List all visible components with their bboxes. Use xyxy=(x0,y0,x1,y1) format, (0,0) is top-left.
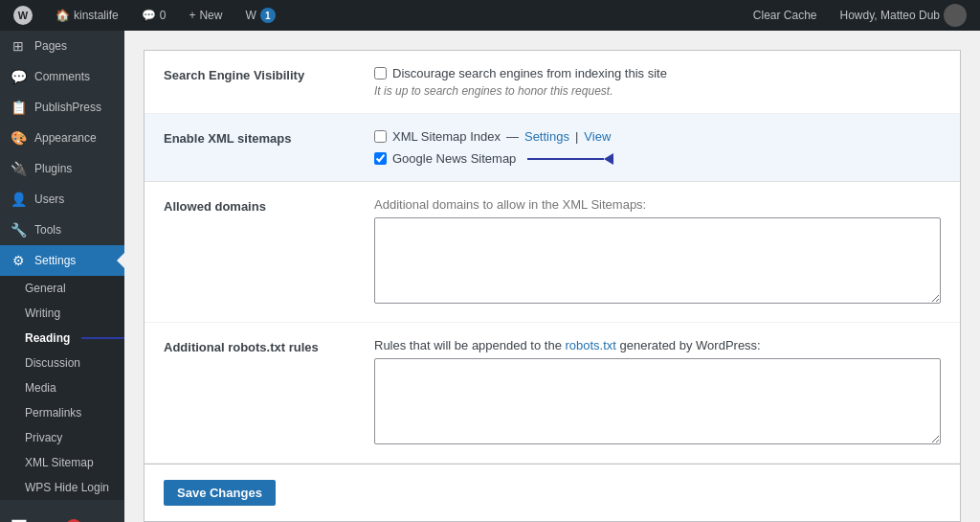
wp-version-badge: 1 xyxy=(260,8,276,23)
content-area: Search Engine Visibility Discourage sear… xyxy=(124,31,980,522)
reading-arrow xyxy=(81,332,124,344)
discourage-search-engines-checkbox[interactable] xyxy=(374,67,387,79)
clear-cache-label: Clear Cache xyxy=(753,9,817,22)
reading-arrow-line xyxy=(81,337,124,339)
google-news-arrow xyxy=(527,153,613,165)
allowed-domains-textarea[interactable] xyxy=(374,217,941,304)
arrow-line xyxy=(527,158,604,160)
allowed-domains-value: Additional domains to allow in the XML S… xyxy=(374,197,941,306)
submenu-item-permalinks[interactable]: Permalinks xyxy=(0,400,124,425)
submenu-item-general[interactable]: General xyxy=(0,276,124,301)
settings-form: Search Engine Visibility Discourage sear… xyxy=(144,50,961,522)
users-icon: 👤 xyxy=(10,192,27,207)
sidebar-item-plugins[interactable]: 🔌 Plugins xyxy=(0,153,124,184)
admin-bar-right: Clear Cache Howdy, Matteo Dub xyxy=(747,0,972,31)
additional-robots-value: Rules that will be appended to the robot… xyxy=(374,338,941,447)
comment-count: 0 xyxy=(160,9,167,22)
howdy-button[interactable]: Howdy, Matteo Dub xyxy=(835,0,973,31)
submenu-item-writing[interactable]: Writing xyxy=(0,301,124,326)
search-engine-visibility-value: Discourage search engines from indexing … xyxy=(374,66,941,98)
sidebar-item-pages[interactable]: ⊞ Pages xyxy=(0,31,124,61)
xml-sitemap-dash: — xyxy=(506,129,519,144)
sidebar-item-seo[interactable]: 📊 SEO 1 xyxy=(0,511,124,522)
sidebar-item-label: Users xyxy=(34,193,64,206)
clear-cache-button[interactable]: Clear Cache xyxy=(747,0,823,31)
save-row: Save Changes xyxy=(145,464,960,521)
tools-icon: 🔧 xyxy=(10,222,27,238)
sidebar-item-appearance[interactable]: 🎨 Appearance xyxy=(0,123,124,153)
robots-txt-link[interactable]: robots.txt xyxy=(565,338,615,352)
main-layout: ⊞ Pages 💬 Comments 📋 PublishPress 🎨 Appe… xyxy=(0,31,980,522)
search-engine-visibility-label: Search Engine Visibility xyxy=(164,66,355,82)
arrow-head xyxy=(604,153,613,165)
discourage-search-engines-label[interactable]: Discourage search engines from indexing … xyxy=(374,66,941,80)
save-changes-button[interactable]: Save Changes xyxy=(164,480,276,506)
additional-robots-textarea[interactable] xyxy=(374,358,941,444)
sidebar-item-settings[interactable]: ⚙ Settings xyxy=(0,245,124,276)
discourage-label-text: Discourage search engines from indexing … xyxy=(392,66,667,80)
robots-desc-suffix: generated by WordPress: xyxy=(616,338,761,352)
xml-sitemap-index-text: XML Sitemap Index xyxy=(392,129,501,144)
submenu-item-wps-hide-login[interactable]: WPS Hide Login xyxy=(0,475,124,500)
robots-description: Rules that will be appended to the robot… xyxy=(374,338,941,352)
submenu-item-reading[interactable]: Reading xyxy=(0,326,124,351)
xml-sitemaps-value: XML Sitemap Index — Settings | View Goog… xyxy=(374,129,941,166)
sidebar: ⊞ Pages 💬 Comments 📋 PublishPress 🎨 Appe… xyxy=(0,31,124,522)
howdy-label: Howdy, Matteo Dub xyxy=(840,9,941,22)
wp-logo-button[interactable]: W xyxy=(8,0,38,31)
comments-button[interactable]: 💬 0 xyxy=(136,0,172,31)
sidebar-item-label: Settings xyxy=(34,254,76,267)
xml-sitemap-index-line: XML Sitemap Index — Settings | View xyxy=(374,129,941,144)
submenu-item-discussion[interactable]: Discussion xyxy=(0,351,124,375)
admin-bar: W 🏠 kinstalife 💬 0 + New W 1 Clear Cache… xyxy=(0,0,980,31)
new-content-button[interactable]: + New xyxy=(183,0,228,31)
sev-note: It is up to search engines to honor this… xyxy=(374,84,941,98)
additional-robots-label: Additional robots.txt rules xyxy=(164,338,355,354)
sidebar-item-label: Appearance xyxy=(34,131,97,145)
xml-settings-link[interactable]: Settings xyxy=(524,129,569,144)
publishpress-icon: 📋 xyxy=(10,100,27,115)
new-label: New xyxy=(199,9,222,22)
sidebar-item-label: PublishPress xyxy=(34,101,101,114)
allowed-domains-description: Additional domains to allow in the XML S… xyxy=(374,197,941,212)
settings-icon: ⚙ xyxy=(10,253,27,268)
admin-bar-left: W 🏠 kinstalife 💬 0 + New W 1 xyxy=(8,0,744,31)
home-icon: 🏠 xyxy=(56,9,70,22)
plugins-icon: 🔌 xyxy=(10,161,27,176)
wp-logo-icon: W xyxy=(13,6,33,25)
sidebar-item-label: Plugins xyxy=(34,162,72,175)
avatar xyxy=(944,4,967,27)
sidebar-item-tools[interactable]: 🔧 Tools xyxy=(0,215,124,245)
allowed-domains-label: Allowed domains xyxy=(164,197,355,214)
plus-icon: + xyxy=(189,9,195,22)
wp-version-button[interactable]: W 1 xyxy=(239,0,280,31)
submenu-item-privacy[interactable]: Privacy xyxy=(0,425,124,450)
sidebar-item-publishpress[interactable]: 📋 PublishPress xyxy=(0,92,124,123)
appearance-icon: 🎨 xyxy=(10,130,27,146)
xml-sitemap-index-checkbox[interactable] xyxy=(374,130,387,143)
search-engine-visibility-row: Search Engine Visibility Discourage sear… xyxy=(145,51,960,114)
enable-xml-sitemaps-label: Enable XML sitemaps xyxy=(164,129,355,146)
site-name-button[interactable]: 🏠 kinstalife xyxy=(50,0,124,31)
comments-icon: 💬 xyxy=(10,69,27,84)
additional-robots-row: Additional robots.txt rules Rules that w… xyxy=(145,323,960,464)
allowed-domains-row: Allowed domains Additional domains to al… xyxy=(145,182,960,323)
sidebar-item-label: Comments xyxy=(34,70,90,83)
sidebar-item-users[interactable]: 👤 Users xyxy=(0,184,124,215)
settings-submenu: General Writing Reading Discussion Media… xyxy=(0,276,124,500)
xml-view-link[interactable]: View xyxy=(584,129,611,144)
google-news-label-text: Google News Sitemap xyxy=(392,151,516,166)
site-name-label: kinstalife xyxy=(74,9,119,22)
sidebar-item-label: Pages xyxy=(34,39,67,53)
submenu-item-media[interactable]: Media xyxy=(0,375,124,400)
wp-version-icon: W xyxy=(245,9,256,22)
xml-separator: | xyxy=(575,129,578,144)
submenu-item-xml-sitemap[interactable]: XML Sitemap xyxy=(0,450,124,475)
sidebar-item-label: Tools xyxy=(34,223,61,237)
comment-icon: 💬 xyxy=(142,9,156,22)
pages-icon: ⊞ xyxy=(10,38,27,54)
sidebar-item-comments[interactable]: 💬 Comments xyxy=(0,61,124,92)
google-news-sitemap-checkbox[interactable] xyxy=(374,152,387,165)
robots-desc-prefix: Rules that will be appended to the xyxy=(374,338,565,352)
google-news-line: Google News Sitemap xyxy=(374,151,941,166)
